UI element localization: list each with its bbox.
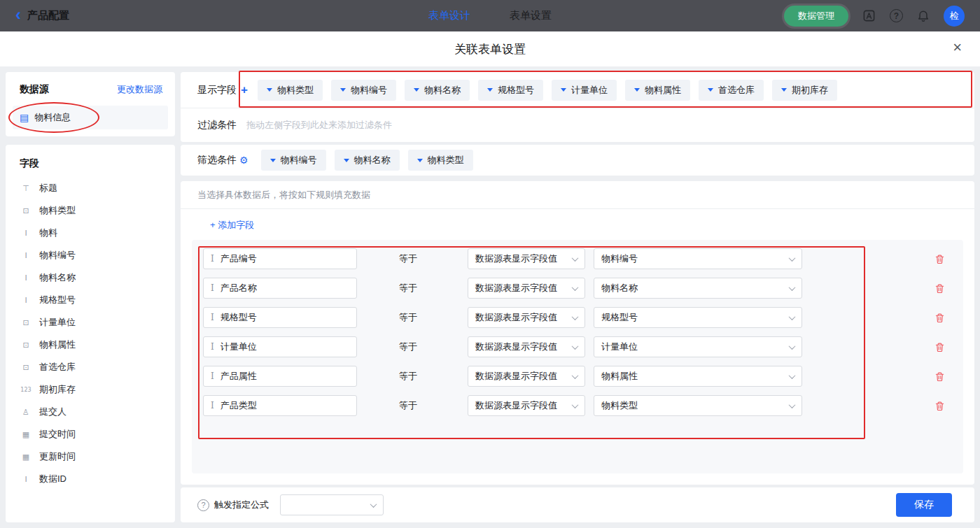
field-list-item[interactable]: ⊡ 首选仓库 <box>11 356 169 378</box>
display-field-chip[interactable]: 期初库存 <box>772 80 837 101</box>
close-icon[interactable]: × <box>953 40 962 55</box>
chip-label: 物料属性 <box>645 84 681 97</box>
target-field-value[interactable] <box>220 313 349 323</box>
chevron-down-icon <box>267 88 272 92</box>
chip-label: 物料编号 <box>281 154 317 166</box>
data-manage-button[interactable]: 数据管理 <box>784 6 848 27</box>
source-type-select[interactable]: 数据源表显示字段值 <box>468 336 585 357</box>
screen-field-chips: 物料编号 物料名称 物料类型 <box>261 150 473 171</box>
target-field-value[interactable] <box>220 254 349 264</box>
bell-icon[interactable] <box>917 10 930 22</box>
field-list-item[interactable]: 123 期初库存 <box>11 378 169 401</box>
topbar-tab[interactable]: 表单设计 <box>428 9 470 22</box>
delete-row-button[interactable] <box>934 371 945 382</box>
delete-row-button[interactable] <box>934 342 945 352</box>
source-type-select[interactable]: 数据源表显示字段值 <box>468 366 585 387</box>
display-field-chips: 物料类型 物料编号 物料名称 <box>258 80 837 101</box>
text-field-icon: I <box>211 401 214 411</box>
source-type-select[interactable]: 数据源表显示字段值 <box>468 395 585 416</box>
field-list-item[interactable]: I 物料编号 <box>11 244 169 266</box>
field-list-item[interactable]: ⊡ 物料属性 <box>11 334 169 356</box>
datasource-item[interactable]: ▤ 物料信息 <box>13 106 168 129</box>
field-label: 提交时间 <box>39 428 76 441</box>
target-field-input[interactable]: I <box>203 366 357 387</box>
source-field-select[interactable]: 物料属性 <box>594 366 802 387</box>
help-icon[interactable]: ? <box>890 9 903 22</box>
avatar[interactable]: 检 <box>944 6 965 27</box>
field-list-item[interactable]: I 规格型号 <box>11 289 169 311</box>
target-field-value[interactable] <box>220 371 349 382</box>
field-list-item[interactable]: I 数据ID <box>11 468 169 490</box>
target-field-input[interactable]: I <box>203 248 357 269</box>
display-field-chip[interactable]: 规格型号 <box>478 80 543 101</box>
change-datasource-link[interactable]: 更改数据源 <box>117 83 162 96</box>
save-button[interactable]: 保存 <box>896 493 952 517</box>
target-field-input[interactable]: I <box>203 307 357 328</box>
source-field-select[interactable]: 计量单位 <box>594 336 802 357</box>
field-list-item[interactable]: I 物料 <box>11 222 169 244</box>
trigger-formula-select[interactable] <box>280 494 384 515</box>
chip-label: 物料名称 <box>354 154 391 166</box>
target-field-value[interactable] <box>220 342 349 352</box>
field-list-item[interactable]: ▦ 提交时间 <box>11 423 169 445</box>
help-icon[interactable]: ? <box>197 499 209 511</box>
delete-row-button[interactable] <box>934 401 945 411</box>
chevron-down-icon <box>561 88 566 92</box>
chevron-down-icon <box>789 401 796 408</box>
delete-row-button[interactable] <box>934 283 945 294</box>
target-field-value[interactable] <box>220 401 349 411</box>
field-list-item[interactable]: ⊡ 计量单位 <box>11 311 169 334</box>
back-chevron-icon[interactable]: ‹ <box>15 6 21 23</box>
display-field-chip[interactable]: 物料名称 <box>405 80 470 101</box>
display-field-chip[interactable]: 物料编号 <box>331 80 396 101</box>
screen-field-chip[interactable]: 物料类型 <box>408 150 473 171</box>
filter-drop-zone[interactable]: 拖动左侧字段到此处来添加过滤条件 <box>246 119 392 131</box>
modal-title: 关联表单设置 <box>454 41 526 57</box>
target-field-input[interactable]: I <box>203 395 357 416</box>
display-field-chip[interactable]: 物料属性 <box>625 80 690 101</box>
display-field-chip[interactable]: 计量单位 <box>552 80 617 101</box>
source-type-select[interactable]: 数据源表显示字段值 <box>468 278 585 299</box>
delete-row-button[interactable] <box>934 313 945 323</box>
add-display-field-icon[interactable]: + <box>241 84 248 96</box>
chip-label: 期初库存 <box>792 84 828 97</box>
source-field-select[interactable]: 物料类型 <box>594 395 802 416</box>
field-list-item[interactable]: ♙ 提交人 <box>11 401 169 423</box>
target-field-value[interactable] <box>220 283 349 294</box>
modal-header: 关联表单设置 × <box>0 31 980 66</box>
source-type-select[interactable]: 数据源表显示字段值 <box>468 307 585 328</box>
source-field-select[interactable]: 规格型号 <box>594 307 802 328</box>
chevron-down-icon <box>789 255 796 262</box>
field-list-item[interactable]: ⊡ 物料类型 <box>11 199 169 222</box>
display-field-chip[interactable]: 首选仓库 <box>699 80 764 101</box>
screen-field-chip[interactable]: 物料名称 <box>335 150 400 171</box>
display-field-chip[interactable]: 物料类型 <box>258 80 323 101</box>
chevron-down-icon <box>789 343 796 350</box>
document-icon: ▤ <box>20 113 29 122</box>
chevron-down-icon <box>572 284 579 291</box>
source-field-value: 物料属性 <box>601 370 638 383</box>
field-list-item[interactable]: I 物料名称 <box>11 266 169 289</box>
equals-label: 等于 <box>399 311 468 324</box>
target-field-input[interactable]: I <box>203 336 357 357</box>
field-label: 数据ID <box>39 473 66 485</box>
target-field-input[interactable]: I <box>203 278 357 299</box>
topbar-tab[interactable]: 表单设置 <box>510 9 552 22</box>
gear-icon[interactable]: ⚙ <box>239 155 248 165</box>
screen-field-chip[interactable]: 物料编号 <box>261 150 326 171</box>
add-field-button[interactable]: + 添加字段 <box>210 219 254 231</box>
mapping-row: I 等于 数据源表显示字段值 物料属性 <box>192 366 963 387</box>
source-field-select[interactable]: 物料名称 <box>594 278 802 299</box>
mapping-row: I 等于 数据源表显示字段值 物料编号 <box>192 248 963 269</box>
fields-card: 字段 ⊤ 标题 ⊡ 物料类型 I 物料 <box>6 145 175 522</box>
chip-label: 规格型号 <box>498 84 534 97</box>
source-type-select[interactable]: 数据源表显示字段值 <box>468 248 585 269</box>
filter-condition-label: 过滤条件 <box>197 119 237 131</box>
field-list-item[interactable]: ▦ 更新时间 <box>11 445 169 468</box>
delete-row-button[interactable] <box>934 254 945 264</box>
back-nav[interactable]: ‹ 产品配置 <box>15 8 69 23</box>
translate-icon[interactable] <box>862 9 876 22</box>
field-list-item[interactable]: ⊤ 标题 <box>11 177 169 199</box>
source-field-select[interactable]: 物料编号 <box>594 248 802 269</box>
equals-label: 等于 <box>399 252 468 265</box>
